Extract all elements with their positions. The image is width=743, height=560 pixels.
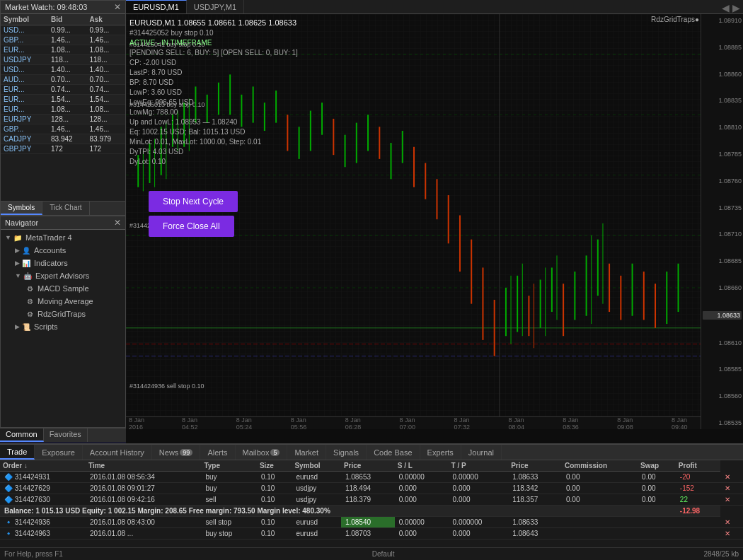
tab-exposure[interactable]: Exposure [35, 445, 82, 460]
nav-rdzgridtraps[interactable]: ⚙ RdzGridTraps [22, 308, 124, 320]
market-symbol: CADJPY [1, 134, 48, 144]
market-symbol: GBP... [1, 124, 48, 134]
price-label: 1.08560 [703, 392, 742, 399]
tab-experts[interactable]: Experts [420, 445, 461, 460]
time-label: 8 Jan 09:40 [672, 416, 698, 430]
market-symbol: EUR... [1, 105, 48, 115]
nav-metatrader4[interactable]: ▼ 📁 MetaTrader 4 [2, 231, 124, 244]
order-type: sell stop [201, 517, 256, 528]
mailbox-badge: 5 [270, 449, 280, 456]
table-row[interactable]: 🔷 314427629 2016.01.08 09:01:27 buy 0.10… [0, 483, 743, 494]
tab-favorites[interactable]: Favorites [44, 428, 88, 442]
nav-accounts[interactable]: ▶ 👤 Accounts [12, 244, 124, 257]
tab-mailbox[interactable]: Mailbox5 [236, 445, 288, 460]
time-label: 8 Jan 2016 [129, 416, 154, 430]
order-price: 118.379 [341, 494, 395, 506]
market-row[interactable]: EUR... 0.74... 0.74... [1, 85, 125, 95]
th-commission: Commission [562, 460, 638, 472]
order-price: 1.08653 [341, 472, 395, 483]
market-bid: 1.40... [48, 65, 86, 75]
price-label: 1.08785 [703, 151, 742, 158]
order-commission [562, 517, 638, 528]
tab-market[interactable]: Market [287, 445, 326, 460]
market-row[interactable]: GBPJPY 172 172 [1, 144, 125, 154]
navigator-close[interactable]: ✕ [114, 218, 121, 228]
market-row[interactable]: CADJPY 83.942 83.979 [1, 134, 125, 144]
tab-common[interactable]: Common [0, 428, 44, 442]
ea-item-icon: ⚙ [25, 284, 35, 293]
market-bid: 1.08... [48, 45, 86, 55]
chart-tab-eurusd[interactable]: EURUSD,M1 [126, 0, 187, 13]
market-row[interactable]: EUR... 1.08... 1.08... [1, 45, 125, 55]
market-row[interactable]: EUR... 1.08... 1.08... [1, 105, 125, 115]
market-bid: 128... [48, 115, 86, 124]
bottom-panel: Trade Exposure Account History News99 Al… [0, 443, 743, 560]
trade-id: #314425052 buy stop 0.10 [129, 28, 298, 38]
svg-rect-51 [505, 288, 507, 336]
tab-journal[interactable]: Journal [461, 445, 502, 460]
close-button[interactable]: ✕ [720, 494, 743, 506]
tab-tick-chart[interactable]: Tick Chart [42, 202, 89, 215]
tab-signals[interactable]: Signals [326, 445, 367, 460]
time-label: 8 Jan 06:28 [345, 416, 372, 430]
order-tp: 0.00000 [449, 472, 509, 483]
order-profit: 22 [676, 494, 721, 506]
svg-rect-59 [597, 240, 599, 296]
order-sl: 0.000 [395, 494, 449, 506]
close-button[interactable]: ✕ [720, 483, 743, 494]
market-row[interactable]: USD... 1.40... 1.40... [1, 65, 125, 75]
order-type: sell [201, 494, 256, 506]
svg-rect-38 [413, 147, 415, 187]
chart-tab-usdjpy[interactable]: USDJPY,M1 [187, 0, 244, 13]
market-row[interactable]: AUD... 0.70... 0.70... [1, 75, 125, 85]
close-button[interactable]: ✕ [720, 528, 743, 539]
close-button[interactable]: ✕ [720, 472, 743, 483]
price-label: 1.08760 [703, 177, 742, 185]
market-row[interactable]: USDJPY 118... 118... [1, 55, 125, 65]
tab-news[interactable]: News99 [152, 445, 201, 460]
svg-rect-45 [494, 300, 495, 356]
market-row[interactable]: EURJPY 128... 128... [1, 115, 125, 124]
market-row[interactable]: EUR... 1.54... 1.54... [1, 95, 125, 105]
scripts-icon: 📜 [21, 322, 31, 332]
bp-info: BP: 8.70 USD [129, 78, 298, 88]
table-row[interactable]: 🔷 314427630 2016.01.08 09:42:16 sell 0.1… [0, 494, 743, 506]
tab-alerts[interactable]: Alerts [200, 445, 235, 460]
nav-moving-average[interactable]: ⚙ Moving Average [22, 295, 124, 308]
nav-indicators[interactable]: ▶ 📊 Indicators [12, 257, 124, 269]
nav-expert-advisors[interactable]: ▼ 🤖 Expert Advisors [12, 269, 124, 282]
market-row[interactable]: GBP... 1.46... 1.46... [1, 35, 125, 45]
market-bid: 172 [48, 144, 86, 154]
market-watch-panel: Market Watch: 09:48:03 ✕ Symbol Bid Ask … [0, 0, 126, 216]
tab-trade[interactable]: Trade [0, 445, 35, 460]
tab-code-base[interactable]: Code Base [367, 445, 420, 460]
tab-symbols[interactable]: Symbols [1, 202, 42, 215]
close-button[interactable]: ✕ [720, 517, 743, 528]
scroll-right-icon[interactable]: ▶ [732, 2, 740, 13]
order-type: buy [201, 472, 256, 483]
symbol-price: EURUSD,M1 1.08655 1.08661 1.08625 1.0863… [129, 18, 298, 28]
table-row[interactable]: 🔹 314424936 2016.01.08 08:43:00 sell sto… [0, 517, 743, 528]
active-tag: ACTIVE - IN TIMEFRAME [129, 38, 298, 48]
scroll-left-icon[interactable]: ◀ [722, 2, 730, 13]
tab-account-history[interactable]: Account History [83, 445, 152, 460]
force-close-all-button[interactable]: Force Close All [149, 216, 234, 237]
svg-rect-54 [540, 280, 541, 328]
svg-text:#314424936 sell stop 0.10: #314424936 sell stop 0.10 [129, 383, 205, 390]
order-size: 0.10 [257, 483, 292, 494]
nav-scripts[interactable]: ▶ 📜 Scripts [12, 320, 124, 333]
market-row[interactable]: USD... 0.99... 0.99... [1, 25, 125, 35]
order-commission: 0.00 [562, 483, 638, 494]
market-symbol: USDJPY [1, 55, 48, 65]
svg-rect-66 [678, 264, 679, 312]
table-row[interactable]: 🔹 314424963 2016.01.08 ... buy stop 0.10… [0, 528, 743, 539]
market-symbol: EUR... [1, 85, 48, 95]
ea-item-icon: ⚙ [25, 309, 35, 319]
time-label: 8 Jan 05:56 [291, 416, 317, 430]
nav-macd-sample[interactable]: ⚙ MACD Sample [22, 282, 124, 295]
table-row[interactable]: 🔷 314424931 2016.01.08 08:56:34 buy 0.10… [0, 472, 743, 483]
nav-moving-avg-label: Moving Average [38, 297, 93, 305]
market-row[interactable]: GBP... 1.46... 1.46... [1, 124, 125, 134]
market-watch-close[interactable]: ✕ [114, 2, 121, 12]
stop-next-cycle-button[interactable]: Stop Next Cycle [149, 191, 238, 212]
